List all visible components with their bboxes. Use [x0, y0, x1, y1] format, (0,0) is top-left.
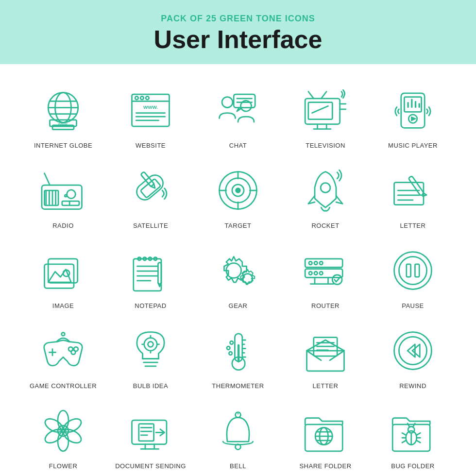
icon-cell-website: WWW. WEBSITE	[107, 74, 194, 154]
svg-text:WWW.: WWW.	[143, 104, 158, 110]
bulb-idea-icon	[124, 324, 177, 377]
svg-rect-51	[134, 172, 167, 203]
icon-cell-gear: GEAR	[194, 234, 282, 314]
icon-cell-television: TELEVISION	[282, 74, 369, 154]
svg-marker-134	[408, 344, 415, 357]
icon-cell-letter: LETTER	[369, 154, 457, 234]
rocket-label: ROCKET	[311, 222, 339, 229]
icon-cell-bulb-idea: BULB IDEA	[107, 314, 194, 394]
icon-cell-share-folder: SHARE FOLDER	[282, 394, 369, 475]
share-folder-icon	[299, 404, 352, 458]
icon-cell-internet-globe: www. INTERNET GLOBE	[19, 74, 107, 154]
svg-point-122	[230, 341, 234, 344]
image-label: IMAGE	[52, 302, 74, 309]
icon-cell-pause: PAUSE	[369, 234, 457, 314]
svg-marker-39	[411, 117, 416, 121]
svg-point-113	[148, 341, 153, 347]
website-label: WEBSITE	[136, 142, 166, 149]
icon-cell-letter2: LETTER	[282, 314, 369, 394]
svg-rect-67	[408, 176, 424, 196]
game-controller-label: GAME CONTROLLER	[30, 382, 97, 390]
svg-point-142	[58, 425, 68, 436]
pause-icon	[386, 244, 440, 297]
flower-icon	[36, 404, 90, 458]
radio-icon	[36, 164, 90, 217]
letter-envelope-icon	[299, 324, 352, 377]
svg-rect-71	[134, 259, 161, 291]
svg-point-87	[320, 261, 323, 265]
svg-point-108	[144, 338, 157, 351]
svg-rect-84	[305, 269, 342, 278]
svg-point-103	[71, 350, 76, 355]
svg-line-26	[312, 106, 328, 113]
website-icon: WWW.	[124, 84, 177, 137]
svg-point-104	[62, 333, 65, 336]
svg-rect-52	[140, 179, 161, 198]
svg-line-165	[402, 433, 406, 435]
svg-rect-83	[305, 259, 342, 268]
icon-cell-bug-folder: BUG FOLDER	[369, 394, 457, 475]
rewind-icon	[386, 324, 440, 377]
flower-label: FLOWER	[49, 462, 78, 470]
svg-line-23	[308, 92, 314, 99]
thermometer-icon	[211, 324, 265, 377]
icon-cell-game-controller: GAME CONTROLLER	[19, 314, 107, 394]
svg-line-170	[417, 441, 421, 442]
icon-cell-image: IMAGE	[19, 234, 107, 314]
icon-cell-notepad: NOTEPAD	[107, 234, 194, 314]
svg-point-62	[321, 183, 330, 193]
header-title: User Interface	[10, 26, 466, 53]
radio-label: RADIO	[52, 222, 74, 229]
bell-label: BELL	[230, 462, 246, 470]
satellite-label: SATELLITE	[133, 222, 168, 229]
document-sending-icon	[124, 404, 177, 458]
document-sending-label: DOCUMENT SENDING	[115, 462, 186, 470]
game-controller-icon	[36, 324, 90, 377]
svg-point-124	[229, 352, 232, 355]
bulb-idea-label: BULB IDEA	[133, 382, 168, 390]
svg-point-17	[222, 97, 233, 108]
svg-point-11	[140, 97, 144, 100]
svg-point-50	[65, 195, 67, 197]
icon-cell-music-player: MUSIC PLAYER	[369, 74, 457, 154]
svg-point-96	[399, 257, 426, 285]
router-icon	[299, 244, 352, 297]
icon-cell-radio: RADIO	[19, 154, 107, 234]
svg-point-85	[309, 261, 312, 265]
thermometer-label: THERMOMETER	[212, 382, 264, 390]
svg-line-41	[45, 173, 50, 185]
icon-cell-flower: FLOWER	[19, 394, 107, 475]
svg-point-57	[236, 188, 240, 193]
svg-point-162	[408, 426, 414, 433]
music-player-icon	[386, 84, 440, 137]
bug-folder-icon	[386, 404, 440, 458]
image-icon	[36, 244, 90, 297]
television-label: TELEVISION	[306, 142, 345, 149]
svg-point-89	[314, 272, 318, 275]
icon-cell-rewind: REWIND	[369, 314, 457, 394]
chat-label: CHAT	[229, 142, 247, 149]
share-folder-label: SHARE FOLDER	[299, 462, 351, 470]
svg-line-167	[402, 441, 406, 442]
icon-cell-thermometer: THERMOMETER	[194, 314, 282, 394]
bell-icon	[211, 404, 265, 458]
gear-icon	[211, 244, 265, 297]
svg-point-95	[394, 252, 432, 289]
letter-pen-label: LETTER	[400, 222, 426, 229]
svg-rect-98	[415, 264, 419, 277]
svg-point-88	[309, 272, 312, 275]
icon-cell-target: TARGET	[194, 154, 282, 234]
svg-point-47	[67, 190, 76, 199]
icon-cell-satellite: SATELLITE	[107, 154, 194, 234]
letter-pen-icon	[386, 164, 440, 217]
icon-cell-rocket: ROCKET	[282, 154, 369, 234]
icon-cell-router: ROUTER	[282, 234, 369, 314]
svg-point-90	[320, 272, 323, 275]
header-subtitle: PACK OF 25 GREEN TONE ICONS	[10, 14, 466, 24]
svg-line-24	[321, 92, 326, 99]
svg-rect-48	[62, 201, 79, 205]
satellite-icon	[124, 164, 177, 217]
svg-rect-154	[305, 425, 342, 451]
svg-rect-25	[308, 102, 333, 119]
page-header: PACK OF 25 GREEN TONE ICONS User Interfa…	[0, 0, 476, 64]
